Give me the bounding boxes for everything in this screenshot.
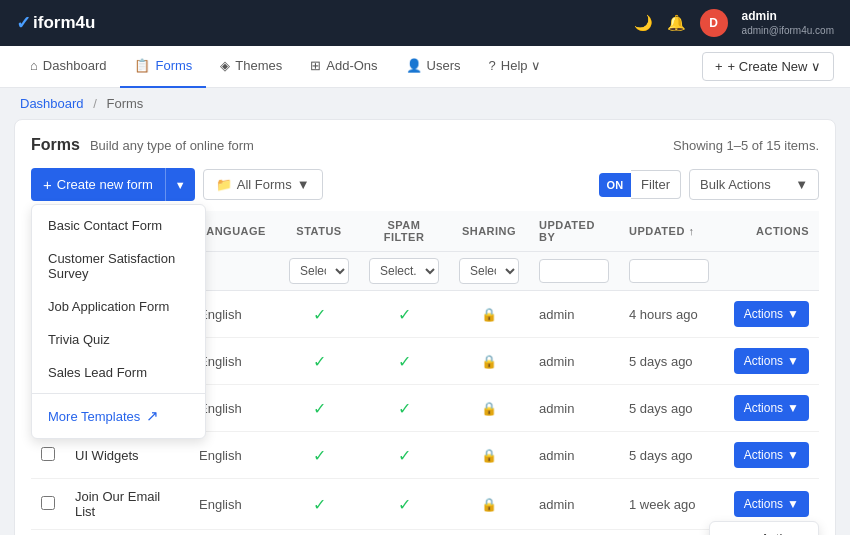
forms-header: Forms Build any type of online form Show… (31, 136, 819, 154)
breadcrumb-current: Forms (106, 96, 143, 111)
logo[interactable]: ✓ iform4u (16, 12, 95, 34)
dropdown-item-more[interactable]: More Templates ↗ (32, 398, 205, 434)
nav-right: 🌙 🔔 D admin admin@iform4u.com (634, 9, 834, 38)
toolbar: + Create new form ▼ Basic Contact Form C… (31, 168, 819, 201)
logo-check: ✓ (16, 12, 31, 34)
main-content: Forms Build any type of online form Show… (14, 119, 836, 535)
filter-group: ON Filter (599, 170, 681, 199)
breadcrumb-separator: / (93, 96, 97, 111)
status-filter[interactable]: Select... (289, 258, 349, 284)
col-spam: SPAM FILTER (359, 211, 449, 252)
nav-item-addons[interactable]: ⊞ Add-Ons (296, 46, 391, 88)
row-checkbox[interactable] (41, 496, 55, 510)
col-updated: UPDATED ↑ (619, 211, 719, 252)
form-name-link[interactable]: Join Our Email List (75, 489, 160, 519)
help-icon: ? (489, 58, 496, 73)
user-avatar: D (700, 9, 728, 37)
moon-icon[interactable]: 🌙 (634, 14, 653, 32)
spam-filter[interactable]: Select... (369, 258, 439, 284)
nav-item-dashboard[interactable]: ⌂ Dashboard (16, 46, 120, 88)
breadcrumb-home[interactable]: Dashboard (20, 96, 84, 111)
plus-icon: + (43, 176, 52, 193)
home-icon: ⌂ (30, 58, 38, 73)
addons-icon: ⊞ (310, 58, 321, 73)
forms-subtitle: Build any type of online form (90, 138, 254, 153)
action-dropdown: Action : Actions ~ (709, 521, 819, 535)
chevron-down-icon: ▼ (297, 177, 310, 192)
dropdown-item-basic[interactable]: Basic Contact Form (32, 209, 205, 242)
dropdown-item-satisfaction[interactable]: Customer Satisfaction Survey (32, 242, 205, 290)
nav-item-themes[interactable]: ◈ Themes (206, 46, 296, 88)
row-checkbox[interactable] (41, 447, 55, 461)
sharing-filter[interactable]: Select... (459, 258, 519, 284)
showing-count: Showing 1–5 of 15 items. (673, 138, 819, 153)
actions-button[interactable]: Actions ▼ (734, 442, 809, 468)
all-forms-button[interactable]: 📁 All Forms ▼ (203, 169, 323, 200)
user-name: admin (742, 9, 834, 25)
nav-item-forms[interactable]: 📋 Forms (120, 46, 206, 88)
create-new-form-button[interactable]: + Create new form (31, 168, 165, 201)
col-sharing: SHARING (449, 211, 529, 252)
folder-icon: 📁 (216, 177, 232, 192)
col-updated-by: UPDATED BY (529, 211, 619, 252)
user-info: admin admin@iform4u.com (742, 9, 834, 38)
actions-button-last[interactable]: Actions ▼ (734, 491, 809, 517)
pagination: 1 2 3 » 5 10 25 (31, 530, 819, 535)
nav-item-users[interactable]: 👤 Users (392, 46, 475, 88)
forms-title: Forms (31, 136, 80, 154)
plus-icon: + (715, 59, 723, 74)
chevron-down-icon: ▼ (795, 177, 808, 192)
create-dropdown-menu: Basic Contact Form Customer Satisfaction… (31, 204, 206, 439)
actions-button[interactable]: Actions ▼ (734, 348, 809, 374)
dropdown-item-sales[interactable]: Sales Lead Form (32, 356, 205, 389)
col-actions: ACTIONS (719, 211, 819, 252)
table-row: Join Our Email List English ✓ ✓ 🔒 admin … (31, 479, 819, 530)
actions-button[interactable]: Actions ▼ (734, 395, 809, 421)
top-nav: ✓ iform4u 🌙 🔔 D admin admin@iform4u.com (0, 0, 850, 46)
themes-icon: ◈ (220, 58, 230, 73)
create-dropdown-arrow[interactable]: ▼ (165, 168, 195, 201)
user-email: admin@iform4u.com (742, 24, 834, 37)
notification-icon[interactable]: 🔔 (667, 14, 686, 32)
bulk-actions-button[interactable]: Bulk Actions ▼ (689, 169, 819, 200)
updated-filter[interactable] (629, 259, 709, 283)
create-btn-group: + Create new form ▼ Basic Contact Form C… (31, 168, 195, 201)
forms-icon: 📋 (134, 58, 150, 73)
filter-label[interactable]: Filter (631, 170, 681, 199)
nav-item-help[interactable]: ? Help ∨ (475, 46, 556, 88)
col-status: STATUS (279, 211, 359, 252)
breadcrumb: Dashboard / Forms (0, 88, 850, 119)
users-icon: 👤 (406, 58, 422, 73)
cursor-icon: ↗ (146, 407, 159, 425)
dropdown-item-trivia[interactable]: Trivia Quiz (32, 323, 205, 356)
filter-on-badge: ON (599, 173, 632, 197)
create-new-button[interactable]: + + Create New ∨ (702, 52, 834, 81)
form-name-link[interactable]: UI Widgets (75, 448, 139, 463)
main-nav: ⌂ Dashboard 📋 Forms ◈ Themes ⊞ Add-Ons 👤… (0, 46, 850, 88)
actions-button[interactable]: Actions ▼ (734, 301, 809, 327)
updated-by-filter[interactable] (539, 259, 609, 283)
dropdown-item-job[interactable]: Job Application Form (32, 290, 205, 323)
action-item-1[interactable]: Action : (710, 522, 818, 535)
